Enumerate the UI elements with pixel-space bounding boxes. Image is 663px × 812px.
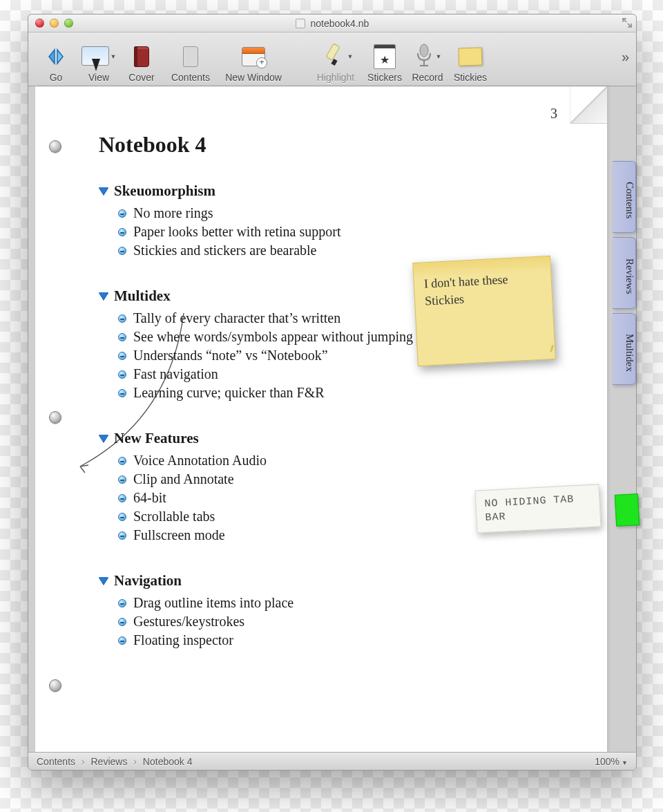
breadcrumb-item[interactable]: Notebook 4 bbox=[143, 756, 193, 767]
section-heading-row[interactable]: Navigation bbox=[99, 572, 579, 589]
chevron-right-icon: › bbox=[81, 756, 85, 767]
item-bullet-icon bbox=[118, 352, 126, 360]
page-curl[interactable] bbox=[570, 86, 607, 124]
outline-item[interactable]: Fast navigation bbox=[118, 366, 579, 382]
zoom-level: 100% bbox=[595, 756, 619, 767]
section-heading: Multidex bbox=[114, 287, 171, 305]
stickies-icon bbox=[459, 47, 483, 66]
item-bullet-icon bbox=[118, 247, 126, 255]
breadcrumb-item[interactable]: Reviews bbox=[91, 756, 128, 767]
item-bullet-icon bbox=[118, 314, 126, 323]
document-icon bbox=[296, 19, 305, 28]
breadcrumb[interactable]: Contents › Reviews › Notebook 4 bbox=[37, 756, 192, 767]
fullscreen-button[interactable] bbox=[622, 18, 632, 30]
outline-item[interactable]: Voice Annotation Audio bbox=[118, 453, 579, 469]
outline-item[interactable]: Paper looks better with retina support bbox=[118, 224, 579, 240]
highlight-label: Highlight bbox=[317, 72, 354, 83]
view-label: View bbox=[88, 72, 109, 83]
go-button[interactable]: Go bbox=[35, 41, 77, 83]
item-bullet-icon bbox=[118, 531, 126, 540]
outline-item[interactable]: Clip and Annotate bbox=[118, 471, 579, 487]
outline-item[interactable]: Gestures/keystrokes bbox=[118, 614, 579, 630]
page-flag-green[interactable] bbox=[615, 493, 640, 527]
contents-icon bbox=[183, 46, 198, 67]
item-bullet-icon bbox=[118, 457, 126, 465]
item-bullet-icon bbox=[118, 636, 126, 645]
new-window-label: New Window bbox=[225, 72, 282, 83]
stickers-label: Stickers bbox=[367, 72, 402, 83]
svg-rect-0 bbox=[326, 44, 340, 60]
cover-button[interactable]: Cover bbox=[121, 41, 162, 83]
chevron-down-icon: ▼ bbox=[622, 759, 628, 766]
stickies-label: Stickies bbox=[454, 72, 487, 83]
titlebar: notebook4.nb bbox=[28, 15, 636, 32]
section-heading: Navigation bbox=[114, 572, 182, 589]
stickies-button[interactable]: Stickies bbox=[450, 41, 491, 83]
outline-item[interactable]: Learning curve; quicker than F&R bbox=[118, 385, 579, 401]
resize-grip-icon[interactable]: /// bbox=[550, 342, 552, 356]
side-tab-contents[interactable]: Contents bbox=[613, 161, 636, 233]
side-tab-reviews[interactable]: Reviews bbox=[613, 237, 636, 309]
item-bullet-icon bbox=[118, 513, 126, 521]
section-heading-row[interactable]: New Features bbox=[99, 430, 579, 447]
outline-content: Notebook 4 Skeuomorphism No more rings P… bbox=[99, 132, 579, 677]
item-bullet-icon bbox=[118, 370, 126, 379]
new-window-button[interactable]: New Window bbox=[219, 41, 288, 83]
page[interactable]: 3 Notebook 4 Skeuomorphism No more rings… bbox=[35, 86, 607, 752]
disclosure-triangle-icon[interactable] bbox=[99, 435, 108, 442]
traffic-lights bbox=[35, 19, 73, 28]
binder-ring bbox=[49, 411, 61, 424]
window-title: notebook4.nb bbox=[28, 18, 636, 29]
sticker-icon bbox=[374, 44, 396, 69]
item-bullet-icon bbox=[118, 333, 126, 341]
outline-item[interactable]: Stickies and stickers are bearable bbox=[118, 243, 579, 258]
record-label: Record bbox=[412, 72, 443, 83]
page-area: 3 Notebook 4 Skeuomorphism No more rings… bbox=[28, 86, 636, 752]
item-bullet-icon bbox=[118, 228, 126, 236]
highlight-button[interactable]: ▼ Highlight bbox=[309, 41, 363, 83]
window-title-text: notebook4.nb bbox=[311, 18, 369, 29]
section-heading: New Features bbox=[114, 430, 199, 447]
app-window: notebook4.nb Go ▼ View Cover Conten bbox=[28, 14, 637, 771]
binder-ring bbox=[49, 140, 61, 153]
contents-label: Contents bbox=[171, 72, 210, 83]
record-button[interactable]: ▼ Record bbox=[407, 41, 448, 83]
outline-item[interactable]: Drag outline items into place bbox=[118, 595, 579, 611]
stickers-button[interactable]: Stickers bbox=[364, 41, 405, 83]
go-label: Go bbox=[50, 72, 63, 83]
outline-section: Navigation Drag outline items into place… bbox=[99, 572, 579, 648]
book-icon bbox=[134, 46, 149, 67]
binder-ring bbox=[49, 679, 61, 692]
toolbar: Go ▼ View Cover Contents New Window ▼ bbox=[28, 32, 636, 86]
sticky-note-yellow[interactable]: I don't hate these Stickies /// bbox=[412, 256, 556, 366]
cover-label: Cover bbox=[128, 72, 154, 83]
page-number: 3 bbox=[550, 106, 557, 122]
side-tab-multidex[interactable]: Multidex bbox=[613, 313, 636, 385]
toolbar-overflow[interactable]: » bbox=[622, 49, 629, 65]
highlighter-icon bbox=[318, 43, 346, 70]
sticky-note-white[interactable]: NO HIDING TAB BAR bbox=[475, 484, 602, 533]
view-button[interactable]: ▼ View bbox=[78, 41, 119, 83]
outline-item[interactable]: Floating inspector bbox=[118, 632, 579, 648]
chevron-right-icon: › bbox=[133, 756, 137, 767]
svg-point-2 bbox=[420, 44, 428, 57]
status-bar: Contents › Reviews › Notebook 4 100%▼ bbox=[28, 752, 636, 770]
disclosure-triangle-icon[interactable] bbox=[99, 577, 108, 585]
minimize-button[interactable] bbox=[50, 19, 59, 28]
item-bullet-icon bbox=[118, 209, 126, 218]
disclosure-triangle-icon[interactable] bbox=[99, 292, 108, 300]
side-tabs: Contents Reviews Multidex bbox=[613, 161, 636, 389]
close-button[interactable] bbox=[35, 19, 44, 28]
item-bullet-icon bbox=[118, 599, 126, 607]
zoom-button[interactable] bbox=[64, 19, 73, 28]
page-title: Notebook 4 bbox=[99, 132, 579, 158]
section-heading: Skeuomorphism bbox=[114, 182, 215, 200]
section-heading-row[interactable]: Skeuomorphism bbox=[99, 182, 579, 200]
contents-button[interactable]: Contents bbox=[164, 41, 218, 83]
outline-item[interactable]: No more rings bbox=[118, 205, 579, 221]
item-bullet-icon bbox=[118, 494, 126, 502]
breadcrumb-item[interactable]: Contents bbox=[37, 756, 75, 767]
zoom-control[interactable]: 100%▼ bbox=[595, 756, 628, 767]
disclosure-triangle-icon[interactable] bbox=[99, 187, 108, 195]
item-bullet-icon bbox=[118, 389, 126, 397]
